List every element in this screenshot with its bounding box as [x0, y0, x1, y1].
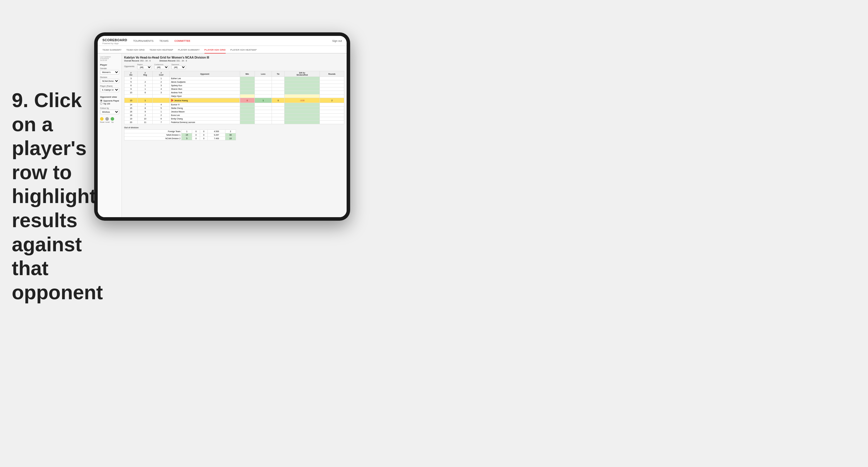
col-header-rounds: Rounds [320, 71, 344, 77]
radio-top100-dot [100, 102, 102, 105]
nav-committee[interactable]: COMMITTEE [175, 39, 190, 43]
tablet-screen: SCOREBOARD Powered by clippi TOURNAMENTS… [98, 36, 347, 217]
tab-team-summary[interactable]: TEAM SUMMARY [102, 49, 122, 54]
colour-level-dot [105, 117, 109, 121]
step-number: 9. [12, 89, 29, 111]
opponent-filter-select[interactable]: (All) [171, 65, 186, 69]
colour-down-dot [100, 117, 103, 121]
grid-title: Katelyn Vo Head-to-Head Grid for Women's… [124, 56, 344, 59]
radio-top100[interactable]: Top 100 [100, 102, 119, 105]
col-header-reg: #Reg [138, 71, 153, 77]
sub-nav: TEAM SUMMARY TEAM H2H GRID TEAM H2H HEAT… [98, 46, 347, 54]
table-row[interactable]: 1822 Euna Lee [124, 114, 344, 117]
colour-by-label: Colour by [100, 107, 119, 109]
division-record: Division Record: 331 - 34 - 6 [159, 60, 187, 62]
col-header-opponent: Opponent [170, 71, 240, 77]
division-label: Division [100, 76, 119, 78]
colour-up-dot [111, 117, 114, 121]
radio-opponents-played-dot [100, 99, 102, 102]
region-filter-select[interactable]: (All) [137, 65, 152, 69]
row-arrow-icon [171, 99, 174, 102]
nav-items: TOURNAMENTS TEAMS COMMITTEE [133, 39, 190, 43]
col-header-loss: Loss [254, 71, 272, 77]
data-table: #Div #Reg #Conf Opponent Win Loss Tie Di… [124, 71, 344, 124]
conference-filter-select[interactable]: (All) [154, 65, 169, 69]
sign-out-button[interactable]: Sign out [332, 39, 342, 42]
col-header-conf: #Conf [153, 71, 170, 77]
out-of-division-table: Foreign Team 1 0 0 4.500 2 NAIA Division… [124, 129, 236, 141]
colour-section: Colour by Win/loss Down Level Up [100, 107, 119, 123]
filter-row: Opponents: Region (All) Conference (All) [124, 64, 344, 69]
table-row[interactable]: NAIA Division 1 15 0 0 9.267 30 [124, 133, 236, 137]
nav-bar: SCOREBOARD Powered by clippi TOURNAMENTS… [98, 36, 347, 46]
main-content: Last Updated: 27/03/2024 16:55:28 Player… [98, 54, 347, 217]
table-row[interactable]: 1474 Eunice Yi [124, 103, 344, 106]
opponent-filter-group: Opponent (All) [171, 64, 186, 69]
opponents-label: Opponents: [124, 65, 135, 67]
table-row[interactable]: 19106 Emily Chang [124, 117, 344, 121]
tablet-frame: SCOREBOARD Powered by clippi TOURNAMENTS… [94, 32, 350, 221]
opponent-view-section: Opponent view Opponents Played Top 100 [100, 96, 119, 105]
colour-dots [100, 117, 119, 121]
col-header-diff: Diff AvStrokes/Rnd [284, 71, 320, 77]
tab-player-summary[interactable]: PLAYER SUMMARY [178, 49, 200, 54]
tab-player-h2h-grid[interactable]: PLAYER H2H GRID [205, 49, 226, 54]
table-row[interactable]: 613 Sydney Kuo [124, 84, 344, 87]
tab-team-h2h-heatmap[interactable]: TEAM H2H HEATMAP [150, 49, 173, 54]
table-row-highlighted[interactable]: 13 1 Jessica Huang 0 1 0 -3.00 2 [124, 98, 344, 103]
table-row[interactable]: NCAA Division 2 5 0 0 7.400 10 [124, 137, 236, 141]
grid-subtitle: Overall Record: 353 - 34 - 6 Division Re… [124, 60, 344, 62]
table-row[interactable]: 914 Sharon Mun [124, 87, 344, 91]
out-of-division-section: Out of division Foreign Team 1 0 0 4.500… [124, 127, 344, 141]
division-select[interactable]: NCAA Division III [100, 79, 119, 83]
table-row[interactable]: 1063 Andrea York [124, 91, 344, 94]
region-filter-group: Region (All) [137, 64, 152, 69]
colour-by-select[interactable]: Win/loss [100, 110, 119, 114]
table-row[interactable]: 1691 Jessica Mason [124, 110, 344, 114]
conference-filter-group: Conference (All) [154, 64, 169, 69]
table-row[interactable]: Foreign Team 1 0 0 4.500 2 [124, 130, 236, 133]
player-rank-select[interactable]: 8. Katelyn Vo [100, 88, 119, 92]
tab-team-h2h-grid[interactable]: TEAM H2H GRID [126, 49, 145, 54]
radio-opponents-played[interactable]: Opponents Played [100, 99, 119, 102]
out-of-division-label: Out of division [124, 127, 344, 129]
table-row[interactable]: Haeju Hyun [124, 94, 344, 98]
table-row[interactable]: 522 Alexis Sudjianto [124, 80, 344, 84]
col-header-div: #Div [124, 71, 138, 77]
opponent-view-title: Opponent view [100, 96, 119, 98]
left-panel: Last Updated: 27/03/2024 16:55:28 Player… [98, 54, 122, 217]
nav-tournaments[interactable]: TOURNAMENTS [133, 39, 153, 43]
overall-record: Overall Record: 353 - 34 - 6 [124, 60, 151, 62]
gender-label: Gender [100, 67, 119, 69]
col-header-tie: Tie [272, 71, 284, 77]
nav-teams[interactable]: TEAMS [159, 39, 168, 43]
table-row[interactable]: 1585 Stella Cheng [124, 106, 344, 110]
tab-player-h2h-heatmap[interactable]: PLAYER H2H HEATMAP [230, 49, 257, 54]
gender-select[interactable]: Women's [100, 70, 119, 74]
col-header-win: Win [240, 71, 254, 77]
right-panel: Katelyn Vo Head-to-Head Grid for Women's… [122, 54, 347, 217]
table-row[interactable]: 31 Esther Lee [124, 77, 344, 80]
logo: SCOREBOARD Powered by clippi [102, 37, 127, 44]
last-updated: Last Updated: 27/03/2024 16:55:28 [100, 56, 119, 61]
instruction-body: Click on a player's row to highlight res… [12, 89, 103, 303]
player-rank-label: Player (Rank) [100, 85, 119, 87]
instruction-text: 9. Click on a player's row to highlight … [12, 88, 91, 304]
table-row[interactable]: 20117 Federica Domecq Lacroze [124, 121, 344, 124]
colour-labels: Down Level Up [100, 121, 119, 123]
player-section-title: Player [100, 64, 119, 66]
